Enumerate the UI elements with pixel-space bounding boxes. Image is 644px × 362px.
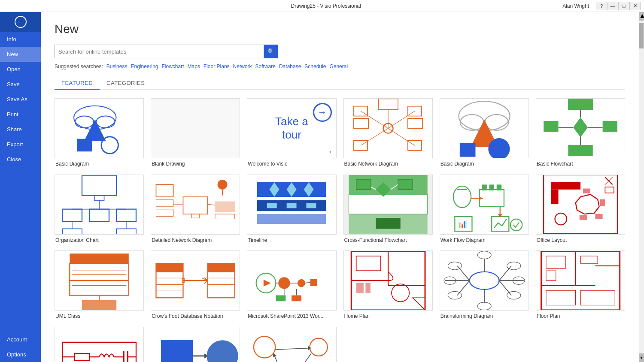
sidebar-item-save[interactable]: Save xyxy=(0,77,41,92)
template-tour[interactable]: → Take atour ✦ Welcome to Visio xyxy=(247,98,336,168)
suggested-software[interactable]: Software xyxy=(255,63,276,69)
suggested-business[interactable]: Business xyxy=(106,63,128,69)
template-electrical[interactable]: Basic Electrical xyxy=(55,327,144,362)
scroll-up-button[interactable]: ▲ xyxy=(639,12,644,21)
template-floorplan[interactable]: Floor Plan xyxy=(536,250,625,320)
tab-featured[interactable]: FEATURED xyxy=(55,77,100,90)
svg-line-189 xyxy=(301,353,311,362)
scroll-thumb[interactable] xyxy=(639,23,644,48)
template-basic-diagram2[interactable]: Basic Diagram xyxy=(440,98,529,168)
sidebar-item-saveas[interactable]: Save As xyxy=(0,92,41,107)
template-homeplan[interactable]: Home Plan xyxy=(343,250,433,320)
template-org[interactable]: Organization Chart xyxy=(55,175,144,244)
suggested-schedule[interactable]: Schedule xyxy=(304,63,326,69)
template-name-brainstorming: Brainstorming Diagram xyxy=(440,313,529,320)
svg-line-146 xyxy=(457,266,470,281)
svg-rect-100 xyxy=(70,253,128,263)
suggested-database[interactable]: Database xyxy=(279,63,301,69)
svg-rect-48 xyxy=(156,199,173,207)
svg-rect-4 xyxy=(77,139,92,152)
suggested-general[interactable]: General xyxy=(329,63,348,69)
sidebar-item-info[interactable]: Info xyxy=(0,32,41,47)
search-icon: 🔍 xyxy=(267,48,275,55)
template-name-sharepoint: Microsoft SharePoint 2013 Wor... xyxy=(247,313,336,320)
template-thumb-office-layout xyxy=(536,175,625,235)
template-name-cross-functional: Cross-Functional Flowchart xyxy=(343,237,433,244)
template-detailed-network[interactable]: Detailed Network Diagram xyxy=(151,175,240,244)
template-network[interactable]: Basic Network Diagram xyxy=(343,98,433,168)
tour-text: Take atour xyxy=(275,115,308,142)
template-name-homeplan: Home Plan xyxy=(343,313,433,320)
svg-rect-164 xyxy=(546,256,566,268)
suggested-network[interactable]: Network xyxy=(233,63,252,69)
svg-rect-31 xyxy=(602,121,617,132)
template-brainstorming[interactable]: Brainstorming Diagram xyxy=(440,250,529,320)
minimize-button[interactable]: — xyxy=(607,2,618,10)
template-thumb-detailed-network xyxy=(151,175,240,235)
sidebar-item-export[interactable]: Export xyxy=(0,137,41,152)
template-sharepoint[interactable]: Microsoft SharePoint 2013 Wor... xyxy=(247,250,336,320)
svg-rect-78 xyxy=(489,185,494,191)
template-crowsfoot[interactable]: Crow's Foot Database Notation xyxy=(151,250,240,320)
template-blockdiagram[interactable]: Block Diagram xyxy=(151,327,240,362)
suggested-searches: Suggested searches: Business Engineering… xyxy=(55,63,625,69)
tour-arrow-icon: → xyxy=(313,103,332,122)
template-name-timeline: Timeline xyxy=(247,237,336,244)
maximize-button[interactable]: □ xyxy=(618,2,629,10)
template-flowchart[interactable]: Basic Flowchart xyxy=(536,98,625,168)
svg-rect-76 xyxy=(479,190,504,207)
template-office-layout[interactable]: Office Layout xyxy=(536,175,625,244)
svg-line-187 xyxy=(276,348,310,349)
scroll-down-button[interactable]: ▼ xyxy=(639,353,644,362)
help-button[interactable]: ? xyxy=(596,2,607,10)
scroll-track[interactable] xyxy=(639,21,644,353)
svg-rect-102 xyxy=(70,281,128,295)
sidebar-item-account[interactable]: Account xyxy=(0,332,41,347)
svg-line-12 xyxy=(360,111,388,128)
template-name-basic-diagram: Basic Diagram xyxy=(55,161,144,168)
template-cross-functional[interactable]: Cross-Functional Flowchart xyxy=(343,175,433,244)
svg-rect-79 xyxy=(496,185,501,191)
search-button[interactable]: 🔍 xyxy=(264,45,278,58)
sidebar-item-new[interactable]: New xyxy=(0,47,41,62)
svg-rect-9 xyxy=(353,141,367,151)
svg-rect-92 xyxy=(583,189,590,193)
window-controls: ? — □ ✕ xyxy=(596,2,641,10)
svg-rect-106 xyxy=(82,300,116,310)
template-timeline[interactable]: Timeline xyxy=(247,175,336,244)
tab-categories[interactable]: CATEGORIES xyxy=(100,77,152,90)
template-basic-diagram[interactable]: Basic Diagram xyxy=(55,98,144,168)
template-name-floorplan: Floor Plan xyxy=(536,313,625,320)
template-thumb-timeline xyxy=(247,175,336,235)
template-name-workflow: Work Flow Diagram xyxy=(440,237,529,244)
suggested-floorplans[interactable]: Floor Plans xyxy=(204,63,230,69)
suggested-maps[interactable]: Maps xyxy=(188,63,200,69)
template-uml[interactable]: UML Class xyxy=(55,250,144,320)
sidebar-item-open[interactable]: Open xyxy=(0,62,41,77)
template-dataflow[interactable]: Data Flow Diagram xyxy=(247,327,336,362)
sidebar-item-share[interactable]: Share xyxy=(0,122,41,137)
main-content: New 🔍 Suggested searches: Business Engin… xyxy=(41,12,639,362)
svg-line-129 xyxy=(305,283,310,283)
svg-point-157 xyxy=(507,291,520,299)
close-button[interactable]: ✕ xyxy=(629,2,641,10)
svg-rect-166 xyxy=(580,256,598,263)
scrollbar[interactable]: ▲ ▼ xyxy=(639,12,644,362)
svg-point-139 xyxy=(392,284,409,302)
tabs: FEATURED CATEGORIES xyxy=(55,77,625,90)
sidebar-item-close[interactable]: Close xyxy=(0,152,41,167)
suggested-engineering[interactable]: Engineering xyxy=(131,63,158,69)
template-workflow[interactable]: 📊 Work Flow Diagram xyxy=(440,175,529,244)
svg-rect-131 xyxy=(292,296,301,302)
template-thumb-brainstorming xyxy=(440,250,529,311)
title-bar: Drawing25 - Visio Professional Alan Wrig… xyxy=(0,0,644,12)
back-button[interactable]: ← xyxy=(0,12,41,32)
suggested-flowchart[interactable]: Flowchart xyxy=(162,63,184,69)
svg-rect-70 xyxy=(398,180,412,190)
template-blank[interactable]: Blank Drawing xyxy=(151,98,240,168)
sidebar-item-options[interactable]: Options xyxy=(0,347,41,362)
sidebar-item-print[interactable]: Print xyxy=(0,107,41,122)
template-thumb-cross-functional xyxy=(343,175,433,235)
search-input[interactable] xyxy=(55,45,264,58)
svg-rect-17 xyxy=(353,118,368,128)
